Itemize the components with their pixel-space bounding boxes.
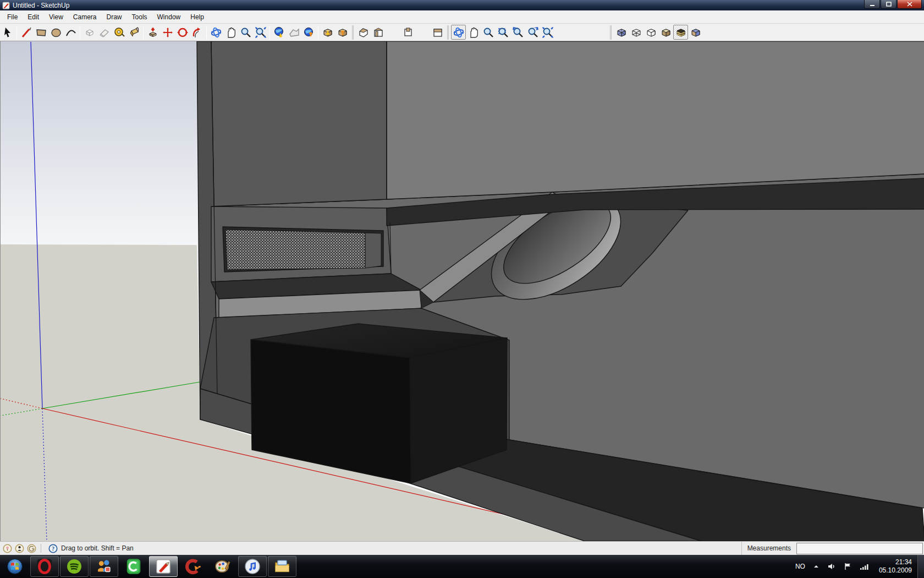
circle-tool[interactable]: [48, 25, 63, 40]
orbit-tool[interactable]: [451, 25, 466, 40]
zoom-next-tool[interactable]: [525, 25, 540, 40]
rectangle-tool[interactable]: [34, 25, 48, 40]
view-left-tool[interactable]: [430, 25, 445, 40]
zoom-previous-tool[interactable]: [510, 25, 525, 40]
follow-me-tool[interactable]: [190, 25, 205, 40]
taskbar-apps: [30, 556, 297, 577]
ge-get-view-tool[interactable]: [272, 25, 287, 40]
move-4way-tool[interactable]: [160, 25, 175, 40]
taskbar-app-spotify[interactable]: [60, 556, 89, 577]
style-hiddenline-tool[interactable]: [644, 25, 658, 40]
move-4way-icon: [162, 26, 174, 39]
sketchup-icon: [155, 558, 172, 575]
menu-camera[interactable]: Camera: [68, 12, 102, 23]
ccleaner-icon: [185, 558, 201, 575]
taskbar-app-itunes[interactable]: [238, 556, 267, 577]
action-center-flag-icon[interactable]: [844, 563, 852, 570]
signin-indicator-icon[interactable]: [27, 544, 36, 553]
clock[interactable]: 21:34 05.10.2009: [879, 558, 912, 575]
orbit-tool[interactable]: [208, 25, 223, 40]
style-textured-tool[interactable]: [673, 25, 688, 40]
help-question-icon[interactable]: ?: [48, 544, 58, 553]
grille-side-return: [365, 233, 381, 268]
minimize-button[interactable]: [864, 0, 880, 9]
menu-file[interactable]: File: [2, 12, 23, 23]
style-xray-tool[interactable]: [614, 25, 629, 40]
line-pencil-tool[interactable]: [19, 25, 34, 40]
style-shaded-tool[interactable]: [658, 25, 673, 40]
view-front-tool[interactable]: [386, 25, 400, 40]
menu-tools[interactable]: Tools: [127, 12, 152, 23]
rotate-tool[interactable]: [175, 25, 190, 40]
system-tray: NO 21:34 05.10.2009: [791, 555, 924, 578]
view-top-tool[interactable]: [400, 25, 415, 40]
ge-place-model-tool[interactable]: [301, 25, 316, 40]
pan-hand-icon: [225, 26, 237, 39]
menu-edit[interactable]: Edit: [23, 12, 44, 23]
start-button[interactable]: [0, 555, 30, 577]
taskbar-app-paint[interactable]: [208, 556, 237, 577]
tape-measure-tool[interactable]: [112, 25, 127, 40]
desktop-screen: Untitled - SketchUp FileEditViewCameraDr…: [0, 0, 924, 578]
model-viewport[interactable]: [0, 41, 924, 541]
taskbar-app-opera[interactable]: [30, 556, 59, 577]
close-button[interactable]: [897, 0, 922, 9]
view-right-icon: [372, 26, 384, 39]
select-arrow-tool[interactable]: [0, 25, 15, 40]
measurements-value-box[interactable]: [796, 543, 923, 554]
arc-tool[interactable]: [63, 25, 78, 40]
status-hint-text: Drag to orbit. Shift = Pan: [61, 544, 134, 552]
zoom-extents-tool[interactable]: [540, 25, 555, 40]
toolbar: [0, 24, 924, 41]
show-hidden-icons-button[interactable]: [813, 564, 820, 569]
paint-bucket-tool[interactable]: [127, 25, 141, 40]
zoom-extents-tool[interactable]: [253, 25, 268, 40]
view-iso-tool[interactable]: [356, 25, 371, 40]
style-wireframe-tool[interactable]: [629, 25, 644, 40]
tape-measure-icon: [113, 26, 125, 39]
volume-icon[interactable]: [827, 563, 836, 570]
taskbar-app-ccleaner[interactable]: [179, 556, 207, 577]
zoom-tool[interactable]: [481, 25, 496, 40]
language-indicator[interactable]: NO: [795, 563, 805, 570]
circle-icon: [50, 26, 62, 39]
style-wireframe-icon: [630, 26, 642, 39]
zoom-tool[interactable]: [238, 25, 253, 40]
paint-icon: [215, 558, 231, 575]
view-back-tool[interactable]: [415, 25, 430, 40]
move-box-tool[interactable]: [145, 25, 160, 40]
view-right-tool[interactable]: [371, 25, 386, 40]
zoom-window-tool[interactable]: [496, 25, 510, 40]
pan-hand-tool[interactable]: [466, 25, 481, 40]
show-desktop-button[interactable]: [917, 555, 924, 578]
style-monochrome-tool[interactable]: [688, 25, 703, 40]
windows-taskbar: NO 21:34 05.10.2009: [0, 555, 924, 578]
select-arrow-icon: [2, 26, 14, 39]
style-shaded-icon: [660, 26, 672, 39]
arc-icon: [65, 26, 77, 39]
menu-draw[interactable]: Draw: [102, 12, 127, 23]
taskbar-app-explorer[interactable]: [268, 556, 296, 577]
share-models-tool[interactable]: [335, 25, 350, 40]
pushpull-tool[interactable]: [82, 25, 97, 40]
menu-window[interactable]: Window: [152, 12, 186, 23]
sketchup-app-icon: [2, 2, 10, 9]
taskbar-app-messenger[interactable]: [90, 556, 118, 577]
title-bar[interactable]: Untitled - SketchUp: [0, 0, 924, 10]
maximize-button[interactable]: [881, 0, 897, 9]
geolocation-indicator-icon[interactable]: [3, 544, 12, 553]
toggle-terrain-tool[interactable]: [287, 25, 301, 40]
toggle-terrain-icon: [288, 26, 300, 39]
view-iso-icon: [358, 26, 370, 39]
taskbar-app-bittorrent[interactable]: [119, 556, 148, 577]
eraser-tool[interactable]: [97, 25, 112, 40]
menu-help[interactable]: Help: [185, 12, 209, 23]
network-signal-icon[interactable]: [860, 563, 870, 570]
window-title: Untitled - SketchUp: [13, 2, 69, 9]
clock-time: 21:34: [879, 558, 912, 566]
pan-hand-tool[interactable]: [223, 25, 238, 40]
credit-indicator-icon[interactable]: [15, 544, 24, 553]
menu-view[interactable]: View: [44, 12, 68, 23]
get-models-tool[interactable]: [320, 25, 335, 40]
taskbar-app-sketchup[interactable]: [149, 556, 178, 577]
